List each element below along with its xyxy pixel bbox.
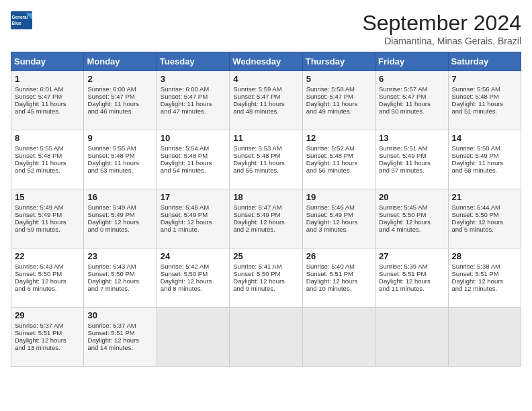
day-info-line: Sunrise: 5:43 AM <box>15 263 80 270</box>
day-info-line: Daylight: 11 hours <box>379 159 444 167</box>
calendar-cell: 15Sunrise: 5:49 AMSunset: 5:49 PMDayligh… <box>11 189 84 248</box>
day-info-line: Sunset: 5:51 PM <box>306 270 371 277</box>
day-info-line: Sunset: 5:50 PM <box>379 211 444 218</box>
calendar-cell: 11Sunrise: 5:53 AMSunset: 5:48 PMDayligh… <box>230 130 302 189</box>
day-info-line: Daylight: 11 hours <box>306 159 371 167</box>
calendar-cell: 30Sunrise: 5:37 AMSunset: 5:51 PMDayligh… <box>84 308 157 367</box>
day-info-line: Sunrise: 5:37 AM <box>87 322 152 329</box>
day-info-line: Daylight: 11 hours <box>233 159 298 167</box>
day-info-line: Sunset: 5:50 PM <box>15 270 80 277</box>
day-info-line: Sunset: 5:48 PM <box>233 152 298 159</box>
day-number: 26 <box>306 251 371 261</box>
day-info-line: Daylight: 12 hours <box>161 277 226 285</box>
day-info-line: and 9 minutes. <box>233 285 298 292</box>
day-number: 25 <box>233 251 298 261</box>
day-info-line: and 10 minutes. <box>306 285 371 292</box>
day-info-line: Sunrise: 5:39 AM <box>379 263 444 270</box>
calendar-title: September 2024 <box>362 11 521 36</box>
calendar-subtitle: Diamantina, Minas Gerais, Brazil <box>362 36 521 46</box>
calendar-cell: 2Sunrise: 6:00 AMSunset: 5:47 PMDaylight… <box>84 71 157 130</box>
calendar-cell: 17Sunrise: 5:48 AMSunset: 5:49 PMDayligh… <box>157 189 229 248</box>
day-info-line: Sunset: 5:49 PM <box>15 211 80 218</box>
header-friday: Friday <box>375 52 448 71</box>
svg-text:Blue: Blue <box>12 21 21 26</box>
calendar-week-5: 29Sunrise: 5:37 AMSunset: 5:51 PMDayligh… <box>11 308 521 367</box>
day-info-line: Sunset: 5:48 PM <box>161 152 226 159</box>
calendar-cell: 25Sunrise: 5:41 AMSunset: 5:50 PMDayligh… <box>230 248 302 308</box>
calendar-cell: 7Sunrise: 5:56 AMSunset: 5:48 PMDaylight… <box>448 71 521 130</box>
day-info-line: and 56 minutes. <box>306 167 371 174</box>
day-info-line: Sunset: 5:51 PM <box>452 270 517 277</box>
calendar-cell: 23Sunrise: 5:43 AMSunset: 5:50 PMDayligh… <box>84 248 157 308</box>
day-number: 27 <box>379 251 444 261</box>
day-info-line: Sunset: 5:50 PM <box>452 211 517 218</box>
header-monday: Monday <box>84 52 157 71</box>
calendar-cell: 26Sunrise: 5:40 AMSunset: 5:51 PMDayligh… <box>302 248 375 308</box>
day-info-line: Daylight: 11 hours <box>161 100 226 107</box>
day-info-line: Sunset: 5:47 PM <box>15 93 80 100</box>
calendar-cell: 19Sunrise: 5:46 AMSunset: 5:49 PMDayligh… <box>302 189 375 248</box>
day-info-line: Sunset: 5:47 PM <box>87 93 152 100</box>
day-info-line: Sunset: 5:48 PM <box>452 93 517 100</box>
day-info-line: Sunrise: 5:50 AM <box>452 144 517 152</box>
calendar-cell: 10Sunrise: 5:54 AMSunset: 5:48 PMDayligh… <box>157 130 229 189</box>
calendar-cell: 3Sunrise: 6:00 AMSunset: 5:47 PMDaylight… <box>157 71 229 130</box>
day-number: 7 <box>452 74 517 84</box>
day-info-line: Daylight: 11 hours <box>15 218 80 226</box>
calendar-table: SundayMondayTuesdayWednesdayThursdayFrid… <box>11 52 521 367</box>
day-info-line: Sunrise: 5:40 AM <box>306 263 371 270</box>
day-info-line: Daylight: 11 hours <box>87 159 152 167</box>
day-info-line: Daylight: 11 hours <box>87 100 152 107</box>
day-info-line: Daylight: 12 hours <box>306 218 371 226</box>
calendar-cell: 5Sunrise: 5:58 AMSunset: 5:47 PMDaylight… <box>302 71 375 130</box>
day-info-line: Sunset: 5:48 PM <box>15 152 80 159</box>
day-info-line: and 48 minutes. <box>233 107 298 115</box>
day-number: 10 <box>161 133 226 143</box>
day-info-line: Daylight: 12 hours <box>161 218 226 226</box>
svg-text:General: General <box>12 15 28 19</box>
day-info-line: and 5 minutes. <box>452 226 517 233</box>
day-info-line: and 46 minutes. <box>87 107 152 115</box>
day-info-line: and 52 minutes. <box>15 167 80 174</box>
day-info-line: and 13 minutes. <box>15 344 80 351</box>
header-wednesday: Wednesday <box>230 52 302 71</box>
day-info-line: Daylight: 12 hours <box>306 277 371 285</box>
calendar-cell: 28Sunrise: 5:38 AMSunset: 5:51 PMDayligh… <box>448 248 521 308</box>
calendar-cell <box>157 308 229 367</box>
day-info-line: and 0 minutes. <box>87 226 152 233</box>
calendar-cell: 4Sunrise: 5:59 AMSunset: 5:47 PMDaylight… <box>230 71 302 130</box>
day-info-line: Sunrise: 6:01 AM <box>15 85 80 93</box>
calendar-cell: 1Sunrise: 6:01 AMSunset: 5:47 PMDaylight… <box>11 71 84 130</box>
day-info-line: Sunrise: 5:45 AM <box>379 203 444 211</box>
day-number: 29 <box>15 310 80 320</box>
calendar-week-4: 22Sunrise: 5:43 AMSunset: 5:50 PMDayligh… <box>11 248 521 308</box>
day-number: 15 <box>15 192 80 202</box>
calendar-cell: 16Sunrise: 5:49 AMSunset: 5:49 PMDayligh… <box>84 189 157 248</box>
day-info-line: Daylight: 12 hours <box>452 277 517 285</box>
day-info-line: and 45 minutes. <box>15 107 80 115</box>
day-info-line: Daylight: 11 hours <box>161 159 226 167</box>
day-info-line: and 53 minutes. <box>87 167 152 174</box>
day-info-line: Sunset: 5:49 PM <box>233 211 298 218</box>
day-info-line: Sunrise: 6:00 AM <box>161 85 226 93</box>
title-block: September 2024 Diamantina, Minas Gerais,… <box>362 11 521 46</box>
day-info-line: and 51 minutes. <box>452 107 517 115</box>
day-number: 4 <box>233 74 298 84</box>
calendar-cell: 13Sunrise: 5:51 AMSunset: 5:49 PMDayligh… <box>375 130 448 189</box>
day-info-line: Sunrise: 5:57 AM <box>379 85 444 93</box>
calendar-cell: 27Sunrise: 5:39 AMSunset: 5:51 PMDayligh… <box>375 248 448 308</box>
day-info-line: Sunrise: 5:44 AM <box>452 203 517 211</box>
day-info-line: Daylight: 12 hours <box>15 277 80 285</box>
day-number: 11 <box>233 133 298 143</box>
day-info-line: Sunset: 5:50 PM <box>161 270 226 277</box>
day-info-line: Sunset: 5:47 PM <box>379 93 444 100</box>
day-info-line: Sunrise: 6:00 AM <box>87 85 152 93</box>
calendar-week-2: 8Sunrise: 5:55 AMSunset: 5:48 PMDaylight… <box>11 130 521 189</box>
calendar-cell: 29Sunrise: 5:37 AMSunset: 5:51 PMDayligh… <box>11 308 84 367</box>
day-number: 6 <box>379 74 444 84</box>
day-info-line: Sunrise: 5:55 AM <box>87 144 152 152</box>
day-info-line: Sunset: 5:50 PM <box>233 270 298 277</box>
calendar-cell <box>448 308 521 367</box>
day-info-line: Daylight: 11 hours <box>15 159 80 167</box>
calendar-cell: 21Sunrise: 5:44 AMSunset: 5:50 PMDayligh… <box>448 189 521 248</box>
